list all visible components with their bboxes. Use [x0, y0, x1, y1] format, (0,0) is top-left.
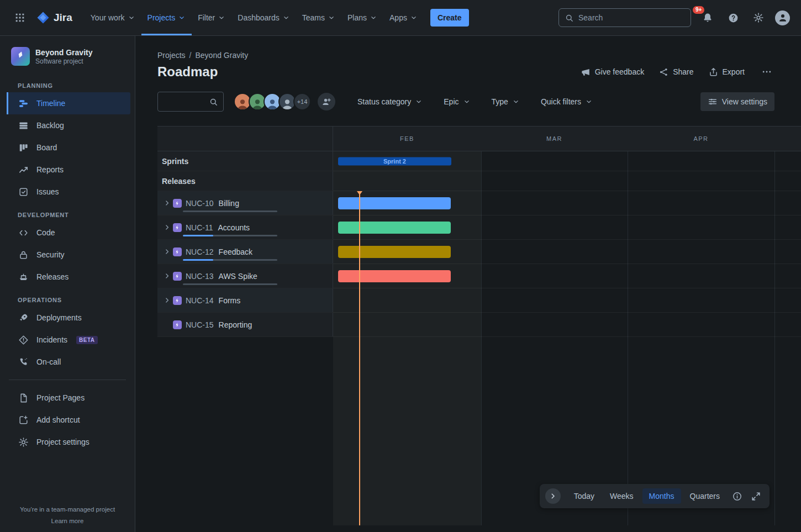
filter-type[interactable]: Type: [492, 97, 520, 106]
epic-row-nuc-14[interactable]: NUC-14 Forms: [157, 288, 801, 313]
nav-teams[interactable]: Teams: [296, 0, 341, 35]
chevron-right-icon[interactable]: [162, 198, 172, 208]
info-icon: [732, 491, 742, 502]
breadcrumb-projects[interactable]: Projects: [157, 51, 186, 60]
global-search[interactable]: [558, 8, 691, 27]
give-feedback-button[interactable]: Give feedback: [581, 67, 645, 77]
board-icon: [18, 142, 29, 153]
chevron-right-icon[interactable]: [162, 271, 172, 281]
sidebar-footer: You’re in a team-managed project Learn m…: [0, 506, 135, 524]
notification-badge: 9+: [693, 6, 704, 14]
breadcrumb-project-name[interactable]: Beyond Gravity: [195, 51, 248, 60]
epic-timeline-bar[interactable]: [338, 197, 451, 209]
project-header[interactable]: Beyond Gravity Software project: [0, 36, 135, 73]
sidebar-item-backlog[interactable]: Backlog: [7, 114, 130, 136]
sidebar-item-timeline[interactable]: Timeline: [7, 92, 130, 114]
nav-apps[interactable]: Apps: [383, 0, 424, 35]
nav-projects[interactable]: Projects: [141, 0, 192, 35]
nav-plans[interactable]: Plans: [341, 0, 383, 35]
megaphone-icon: [581, 67, 591, 77]
chevron-down-icon: [218, 14, 225, 22]
nav-filter[interactable]: Filter: [192, 0, 231, 35]
sidebar-item-incidents[interactable]: Incidents BETA: [7, 329, 130, 351]
epic-row-nuc-12[interactable]: NUC-12 Feedback: [157, 240, 801, 264]
filter-quick-filters[interactable]: Quick filters: [541, 97, 593, 106]
zoom-quarters-button[interactable]: Quarters: [683, 488, 726, 504]
incident-icon: [18, 334, 29, 345]
chevron-down-icon: [128, 14, 135, 22]
zoom-today-button[interactable]: Today: [567, 488, 601, 504]
create-button[interactable]: Create: [430, 9, 469, 27]
chevron-right-icon: [549, 492, 557, 500]
beta-badge: BETA: [76, 336, 97, 344]
share-button[interactable]: Share: [658, 67, 693, 77]
chevron-right-icon[interactable]: [162, 223, 172, 233]
sidebar-item-security[interactable]: Security: [7, 244, 130, 266]
filter-status-category[interactable]: Status category: [357, 97, 423, 106]
project-name: Beyond Gravity: [35, 48, 92, 57]
user-avatar[interactable]: [775, 10, 790, 25]
sidebar-item-releases[interactable]: Releases: [7, 266, 130, 288]
epic-name: AWS Spike: [219, 272, 257, 281]
help-button[interactable]: [724, 9, 742, 27]
chevron-right-icon[interactable]: [162, 296, 172, 305]
sidebar-item-issues[interactable]: Issues: [7, 181, 130, 203]
app-switcher-icon[interactable]: [11, 9, 29, 27]
sprints-row[interactable]: Sprints Sprint 2: [157, 151, 801, 171]
epic-row-nuc-11[interactable]: NUC-11 Accounts: [157, 215, 801, 240]
epic-icon: [173, 320, 182, 329]
timeline-info-button[interactable]: [729, 488, 745, 504]
epic-timeline-bar[interactable]: [338, 222, 451, 234]
sprint-bar[interactable]: Sprint 2: [338, 157, 451, 165]
zoom-weeks-button[interactable]: Weeks: [603, 488, 640, 504]
sidebar-item-add-shortcut[interactable]: Add shortcut: [7, 409, 130, 431]
collapse-panel-button[interactable]: [545, 488, 561, 504]
sidebar-item-deployments[interactable]: Deployments: [7, 307, 130, 329]
sidebar-item-project-pages[interactable]: Project Pages: [7, 387, 130, 409]
releases-row[interactable]: Releases: [157, 171, 801, 191]
sidebar-item-code[interactable]: Code: [7, 222, 130, 244]
epic-row-nuc-10[interactable]: NUC-10 Billing: [157, 191, 801, 215]
add-people-button[interactable]: [318, 93, 335, 110]
epic-icon: [173, 223, 182, 232]
sidebar-item-board[interactable]: Board: [7, 136, 130, 159]
zoom-months-button[interactable]: Months: [642, 488, 681, 504]
board-search-input[interactable]: [163, 97, 209, 106]
board-search[interactable]: [157, 92, 224, 112]
epic-row-nuc-15[interactable]: NUC-15 Reporting: [157, 313, 801, 337]
jira-logo[interactable]: Jira: [36, 11, 72, 24]
epic-timeline-bar[interactable]: [338, 270, 451, 282]
nav-your-work[interactable]: Your work: [85, 0, 141, 35]
epic-key: NUC-11: [186, 223, 213, 232]
sidebar-item-project-settings[interactable]: Project settings: [7, 431, 130, 453]
more-actions-button[interactable]: [759, 64, 774, 80]
export-button[interactable]: Export: [708, 67, 745, 77]
sidebar-item-reports[interactable]: Reports: [7, 159, 130, 181]
expand-icon: [751, 491, 761, 502]
jira-logo-text: Jira: [54, 12, 72, 24]
person-icon: [236, 97, 249, 109]
nav-dashboards[interactable]: Dashboards: [231, 0, 296, 35]
person-icon: [778, 13, 788, 23]
chevron-down-icon: [328, 14, 335, 22]
page-icon: [18, 392, 29, 403]
epic-timeline-bar[interactable]: [338, 246, 451, 258]
sidebar-item-on-call[interactable]: On-call: [7, 351, 130, 373]
chevron-right-icon[interactable]: [162, 247, 172, 257]
code-icon: [18, 227, 29, 238]
timeline-zoom-bar: Today Weeks Months Quarters: [540, 484, 770, 508]
phone-icon: [18, 356, 29, 367]
notifications-button[interactable]: 9+: [699, 9, 716, 27]
backlog-icon: [18, 120, 29, 131]
filter-epic[interactable]: Epic: [444, 97, 470, 106]
fullscreen-button[interactable]: [747, 488, 764, 504]
settings-button[interactable]: [750, 9, 767, 27]
view-settings-button[interactable]: View settings: [700, 92, 774, 111]
global-search-input[interactable]: [578, 13, 685, 22]
epic-key: NUC-12: [186, 247, 214, 256]
learn-more-link[interactable]: Learn more: [0, 518, 135, 524]
chevron-down-icon: [178, 14, 186, 22]
epic-row-nuc-13[interactable]: NUC-13 AWS Spike: [157, 264, 801, 288]
avatar-overflow[interactable]: +14: [293, 93, 311, 110]
epic-progress-fill: [183, 259, 213, 261]
